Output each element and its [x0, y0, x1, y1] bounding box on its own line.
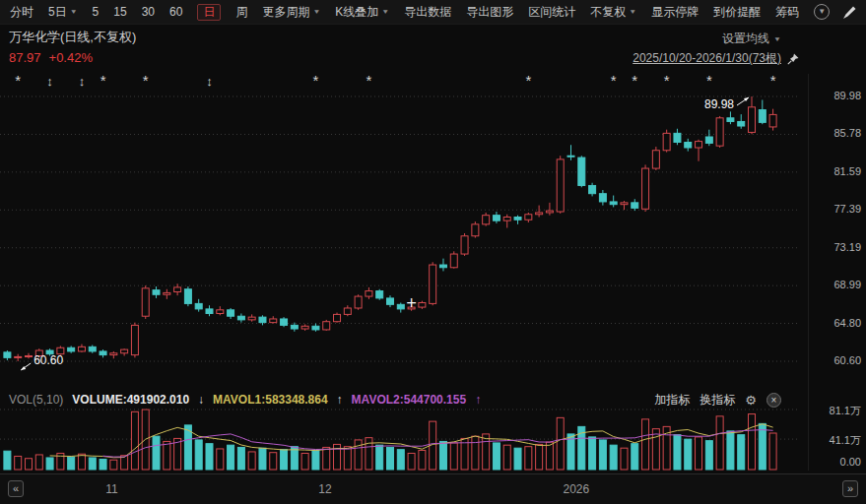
announcement-star-icon[interactable]: * [767, 74, 779, 88]
time-axis-label: 11 [105, 482, 117, 496]
toolbar-item-adjustment-mode[interactable]: 不复权▼ [590, 4, 636, 21]
announcement-star-icon[interactable]: * [309, 74, 321, 88]
price-row: 87.97 +0.42% [9, 50, 93, 65]
volume-value: VOLUME:491902.010 [72, 393, 189, 407]
chevron-down-icon: ▼ [629, 8, 636, 15]
price-tick-label: 89.98 [833, 90, 861, 101]
toolbar-item-period-15min[interactable]: 15 [113, 5, 126, 19]
toolbar-item-chip-distribution[interactable]: 筹码 [775, 4, 799, 21]
price-tick-label: 81.59 [833, 165, 861, 177]
switch-indicator-button[interactable]: 换指标 [699, 392, 735, 409]
price-tick-label: 77.39 [833, 203, 861, 215]
toolbar-icons: ▼ [814, 4, 866, 20]
volume-chart[interactable] [0, 408, 808, 471]
announcement-star-icon[interactable]: * [608, 74, 620, 88]
price-tick-label: 60.60 [833, 354, 861, 366]
ma-settings-button[interactable]: 设置均线 ▼ [722, 31, 781, 47]
chevron-down-icon: ▼ [70, 8, 78, 15]
last-price: 87.97 [9, 50, 41, 65]
toolbar-item-label: 60 [169, 5, 182, 19]
volume-tick-label: 81.1万 [830, 404, 861, 418]
toolbar-item-label: 15 [113, 5, 126, 19]
chevron-down-icon: ▼ [312, 8, 320, 15]
toolbar-item-label: 更多周期 [262, 4, 309, 21]
toolbar: 分时5日▼5153060日周更多周期▼K线叠加▼导出数据导出图形区间统计不复权▼… [0, 0, 866, 25]
toolbar-item-label: 周 [235, 4, 247, 21]
announcement-star-icon[interactable]: * [363, 74, 374, 88]
dividend-arrows-icon[interactable]: ↕ [203, 74, 215, 89]
toolbar-item-label: 5日 [48, 4, 67, 21]
toolbar-item-period-5min[interactable]: 5 [93, 5, 100, 19]
scroll-right-button[interactable]: » [842, 480, 858, 497]
up-arrow2-icon: ↑ [475, 393, 481, 407]
toolbar-item-kline-overlay[interactable]: K线叠加▼ [335, 4, 389, 21]
toolbar-item-label: 导出数据 [404, 4, 451, 21]
mavol1-value: MAVOL1:583348.864 [213, 393, 328, 407]
announcement-star-icon[interactable]: * [522, 74, 534, 88]
price-tick-label: 64.80 [833, 317, 861, 329]
price-tick-label: 68.99 [833, 279, 861, 290]
change-percent: +0.42% [49, 50, 93, 65]
toolbar-item-period-60min[interactable]: 60 [169, 5, 182, 19]
announcement-star-icon[interactable]: * [12, 74, 24, 88]
toolbar-item-label: 显示停牌 [651, 4, 699, 21]
date-range-link[interactable]: 2025/10/20-2026/1/30(73根) [633, 50, 781, 67]
announcement-star-icon[interactable]: * [98, 74, 109, 88]
toolbar-item-label: 区间统计 [528, 4, 575, 21]
close-indicator-icon[interactable]: × [766, 393, 781, 408]
toolbar-item-label: 30 [142, 5, 155, 19]
toolbar-item-label: 筹码 [775, 4, 799, 21]
toolbar-item-period-5day[interactable]: 5日▼ [48, 4, 78, 21]
announcement-star-icon[interactable]: * [629, 74, 640, 88]
stock-title: 万华化学(日线,不复权) [9, 29, 136, 46]
toolbar-item-more-periods[interactable]: 更多周期▼ [262, 4, 320, 21]
toolbar-item-export-data[interactable]: 导出数据 [404, 4, 451, 21]
announcement-star-icon[interactable]: * [661, 74, 673, 88]
stock-chart-window: 分时5日▼5153060日周更多周期▼K线叠加▼导出数据导出图形区间统计不复权▼… [0, 0, 866, 504]
mavol2-value: MAVOL2:544700.155 [352, 393, 467, 407]
announcement-star-icon[interactable]: * [703, 74, 715, 88]
toolbar-item-label: 到价提醒 [713, 4, 761, 21]
price-tick-label: 85.78 [833, 127, 861, 139]
volume-tick-label: 41.1万 [830, 433, 861, 448]
down-arrow-icon: ↓ [198, 393, 204, 407]
add-indicator-button[interactable]: 加指标 [654, 392, 690, 409]
time-axis-label: 12 [318, 482, 331, 496]
toolbar-item-period-intraday[interactable]: 分时 [10, 4, 33, 21]
svg-text:89.98: 89.98 [704, 97, 734, 111]
gear-icon[interactable]: ⚙ [745, 394, 757, 407]
up-arrow-icon: ↑ [337, 393, 343, 407]
indicator-actions: 加指标 换指标 ⚙ × [654, 392, 781, 409]
toolbar-item-label: 不复权 [590, 4, 626, 21]
pin-icon[interactable] [787, 51, 799, 69]
ma-settings-label: 设置均线 [722, 31, 769, 47]
toolbar-item-label: 5 [93, 5, 100, 19]
volume-indicator-header: VOL(5,10) VOLUME:491902.010 ↓ MAVOL1:583… [9, 392, 481, 408]
chevron-down-icon: ▼ [381, 8, 389, 15]
vol-indicator-name[interactable]: VOL(5,10) [9, 393, 63, 407]
svg-text:60.60: 60.60 [33, 353, 63, 367]
dividend-arrows-icon[interactable]: ↕ [76, 74, 88, 89]
toolbar-item-period-daily[interactable]: 日 [197, 4, 221, 21]
toolbar-item-range-statistics[interactable]: 区间统计 [528, 4, 575, 21]
toolbar-item-label: 分时 [10, 4, 33, 21]
svg-text:+: + [406, 294, 418, 310]
time-axis: « » 11122026 [0, 473, 866, 504]
toolbar-item-show-suspended[interactable]: 显示停牌 [651, 4, 699, 21]
period-buttons: 分时5日▼5153060日周更多周期▼K线叠加▼导出数据导出图形区间统计不复权▼… [10, 4, 799, 21]
toolbar-item-price-alert[interactable]: 到价提醒 [713, 4, 761, 21]
toolbar-item-label: K线叠加 [335, 4, 378, 21]
toolbar-item-period-weekly[interactable]: 周 [235, 4, 247, 21]
dividend-arrows-icon[interactable]: ↕ [44, 74, 56, 89]
price-tick-label: 73.19 [833, 241, 861, 253]
drawing-brush-icon[interactable] [842, 5, 857, 20]
chevron-down-icon: ▼ [773, 35, 781, 42]
time-axis-label: 2026 [564, 482, 590, 496]
scroll-left-button[interactable]: « [8, 480, 24, 497]
toolbar-item-label: 导出图形 [466, 4, 513, 21]
toolbar-item-period-30min[interactable]: 30 [142, 5, 155, 19]
candlestick-chart[interactable]: +89.9860.60 [0, 74, 808, 391]
announcement-star-icon[interactable]: * [140, 74, 152, 88]
toolbar-item-export-image[interactable]: 导出图形 [466, 4, 513, 21]
collapse-toolbar-icon[interactable]: ▼ [814, 4, 830, 20]
